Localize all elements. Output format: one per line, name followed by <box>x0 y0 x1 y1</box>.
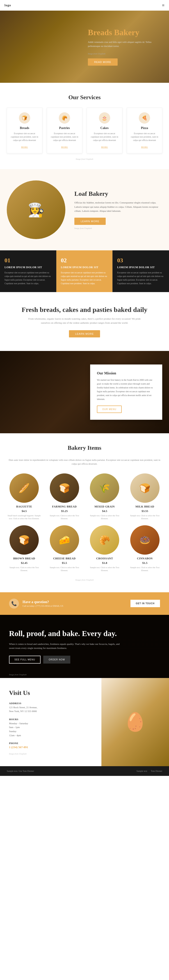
breads-desc: Excepteur sint occaecat cupidatat non pr… <box>10 132 39 142</box>
rpb-description: When it comes to bread and sandwiches, f… <box>9 642 122 650</box>
cakes-link[interactable]: MORE <box>101 146 108 148</box>
num-title-1: Lorem ipsum dolor sit <box>5 266 52 269</box>
footer-copyright: Sample text. Use Tom Diemer <box>7 770 34 772</box>
fresh-subtitle: From wholesome, organic loaves to mouth-… <box>28 317 141 325</box>
bakery-items-grid-row1: 🥖 BAGUETTE $4.5 Small batch sourdough ba… <box>7 473 162 572</box>
rpb-image-credit: Image from Unsplash <box>9 673 27 676</box>
croissant-image: 🥐 <box>90 525 119 555</box>
croissant-desc: Sample text. Click to select the Text El… <box>87 566 122 572</box>
baguette-price: $4.5 <box>7 509 42 513</box>
hero-section: Breads Bakery Addit venenatis cras sed f… <box>0 11 169 83</box>
milk-bread-name: MILK BREAD <box>128 505 163 508</box>
item-milk-bread: 🍞 MILK BREAD $3.55 Sample text. Click to… <box>128 473 163 520</box>
phone-number[interactable]: 1 (234) 567-891 <box>9 745 92 749</box>
fresh-section: Fresh breads, cakes and pasties baked da… <box>0 292 169 351</box>
cheese-bread-image: 🧀 <box>50 525 79 555</box>
pastries-link[interactable]: MORE <box>61 146 68 148</box>
loaf-title: Loaf Bakery <box>74 190 162 197</box>
question-subtitle: Call us today: (777) 555-0034 or EMAIL U… <box>22 605 63 607</box>
baguette-desc: Small batch sourdough baguette. Sample t… <box>7 514 42 520</box>
farming-bread-price: $5.25 <box>47 509 82 513</box>
bakery-items-title: Bakery Items <box>7 445 162 451</box>
hero-title: Breads Bakery <box>88 28 155 37</box>
question-banner: 📞 Have a question? Call us today: (777) … <box>0 592 169 615</box>
cinnabon-name: CINNABON <box>128 557 163 560</box>
loaf-learn-more-button[interactable]: LEARN MORE <box>74 218 106 225</box>
milk-bread-price: $3.55 <box>128 509 163 513</box>
order-now-button[interactable]: ORDER NOW <box>43 655 70 663</box>
breads-name: Breads <box>10 126 39 130</box>
pizza-icon: 🍕 <box>139 112 150 124</box>
fresh-title: Fresh breads, cakes and pasties baked da… <box>7 305 162 314</box>
numbered-card-1: 01 Lorem ipsum dolor sit Excepteur sint … <box>0 250 56 292</box>
loaf-section: 👩‍🍳 Loaf Bakery Officias hic blabber, mo… <box>0 169 169 250</box>
weekday-label: Monday - Saturday <box>9 722 28 725</box>
weekday-hours: 9am - 1pm <box>9 726 20 729</box>
baguette-name: BAGUETTE <box>7 505 42 508</box>
cinnabon-price: $1.5 <box>128 561 163 565</box>
hamburger-menu-icon[interactable]: ≡ <box>162 3 164 8</box>
item-farming-bread: 🍞 FARMING BREAD $5.25 Sample text. Click… <box>47 473 82 520</box>
pizza-name: Pizza <box>130 126 159 130</box>
logo: logo <box>5 3 11 7</box>
mission-our-menu-button[interactable]: OUR MENU <box>97 406 122 413</box>
pastries-icon: 🥐 <box>59 112 70 124</box>
cinnabon-desc: Sample text. Click to select the Text El… <box>128 566 163 572</box>
footer-link-2[interactable]: Tom Diemer <box>151 770 162 772</box>
brown-bread-price: $2.45 <box>7 561 42 565</box>
mission-section: Our Mission We started our first bakery … <box>0 351 169 433</box>
num-title-2: Lorem ipsum dolor sit <box>61 266 108 269</box>
service-card-pizza: 🍕 Pizza Excepteur sint occaecat cupidata… <box>127 108 163 153</box>
service-card-breads: 🍞 Breads Excepteur sint occaecat cupidat… <box>7 108 43 153</box>
services-title: Our Services <box>7 94 162 101</box>
fresh-learn-more-button[interactable]: LEARN MORE <box>69 330 100 337</box>
breads-link[interactable]: MORE <box>21 146 28 148</box>
cheese-bread-name: CHEESE BREAD <box>47 557 82 560</box>
footer-links: Sample text Tom Diemer <box>137 770 162 772</box>
brown-bread-desc: Sample text. Click to select the Text El… <box>7 566 42 572</box>
footer: Sample text. Use Tom Diemer Sample text … <box>0 766 169 776</box>
header: logo ≡ <box>0 0 169 11</box>
bakery-items-subtitle: Duis aute irure dolor in reprehenderit i… <box>7 458 162 466</box>
brown-bread-image: 🍞 <box>9 525 39 555</box>
question-title: Have a question? <box>22 600 63 604</box>
services-grid: 🍞 Breads Excepteur sint occaecat cupidat… <box>7 108 162 153</box>
farming-bread-desc: Sample text. Click to select the Text El… <box>47 514 82 520</box>
num-text-3: Excepteur sint occaecat cupidatat non pr… <box>117 271 164 285</box>
loaf-description: Officias hic blabber, molestiae lorem es… <box>74 200 162 213</box>
services-section: Our Services 🍞 Breads Excepteur sint occ… <box>0 83 169 169</box>
numbered-section: 01 Lorem ipsum dolor sit Excepteur sint … <box>0 250 169 292</box>
see-full-menu-button[interactable]: SEE FULL MENU <box>9 655 41 663</box>
farming-bread-image: 🍞 <box>50 473 79 503</box>
rpb-content: Roll, proof, and bake. Every day. When i… <box>9 629 122 663</box>
rpb-title: Roll, proof, and bake. Every day. <box>9 629 122 638</box>
address-label: ADDRESS <box>9 702 92 705</box>
footer-link-1[interactable]: Sample text <box>137 770 147 772</box>
cheese-bread-desc: Sample text. Click to select the Text El… <box>47 566 82 572</box>
breads-icon: 🍞 <box>19 112 30 124</box>
item-brown-bread: 🍞 BROWN BREAD $2.45 Sample text. Click t… <box>7 525 42 572</box>
pizza-desc: Excepteur sint occaecat cupidatat non pr… <box>130 132 159 142</box>
mixed-grain-price: $4.5 <box>87 509 122 513</box>
loaf-baker-image: 👩‍🍳 <box>7 180 65 239</box>
pizza-link[interactable]: MORE <box>141 146 148 148</box>
pastries-desc: Excepteur sint occaecat cupidatat non pr… <box>50 132 79 142</box>
visit-eggs-image: 🥚 <box>101 678 169 767</box>
hero-read-more-button[interactable]: READ MORE <box>88 59 118 66</box>
visit-image-credit: Image from Unsplash <box>9 752 92 755</box>
visit-section: Visit Us ADDRESS 121 Rock Street, 21 Ave… <box>0 678 169 767</box>
mixed-grain-image: 🌾 <box>90 473 119 503</box>
mixed-grain-name: MIXED GRAIN <box>87 505 122 508</box>
croissant-name: CROISSANT <box>87 557 122 560</box>
num-text-1: Excepteur sint occaecat cupidatat non pr… <box>5 271 52 285</box>
bakery-items-credit: Images from Unsplash <box>7 579 162 581</box>
num-label-1: 01 <box>5 257 52 264</box>
cheese-bread-price: $5.5 <box>47 561 82 565</box>
get-in-touch-button[interactable]: GET IN TOUCH <box>131 600 160 607</box>
mixed-grain-desc: Sample text. Click to select the Text El… <box>87 514 122 520</box>
address-info: 121 Rock Street, 21 Avenue,New York, NY … <box>9 705 92 713</box>
services-image-credit: Image from Unsplash <box>7 158 162 160</box>
hours-label: HOURS <box>9 718 92 721</box>
numbered-card-2: 02 Lorem ipsum dolor sit Excepteur sint … <box>56 250 113 292</box>
item-cheese-bread: 🧀 CHEESE BREAD $5.5 Sample text. Click t… <box>47 525 82 572</box>
